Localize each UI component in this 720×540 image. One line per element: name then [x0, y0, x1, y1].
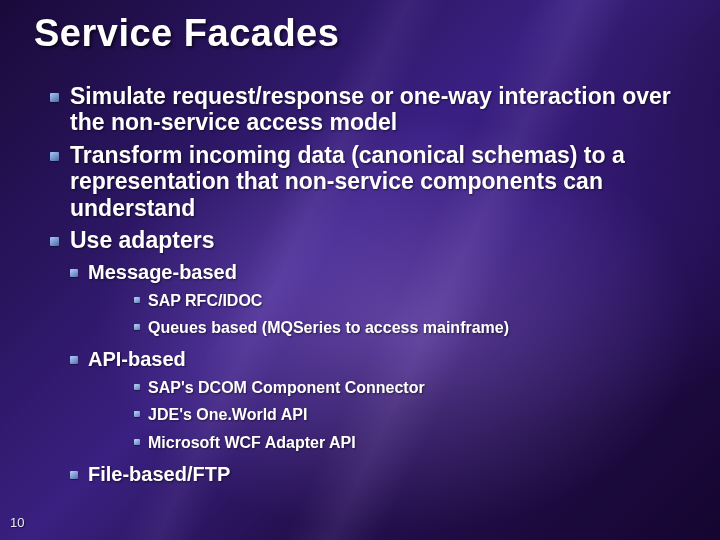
adapter-item: SAP RFC/IDOC — [136, 290, 686, 312]
bullet-list-level3: SAP's DCOM Component Connector JDE's One… — [88, 377, 686, 454]
adapter-category: API-based SAP's DCOM Component Connector… — [74, 347, 686, 454]
bullet-list-level3: SAP RFC/IDOC Queues based (MQSeries to a… — [88, 290, 686, 339]
page-number: 10 — [10, 515, 24, 530]
adapter-category-label: Message-based — [88, 261, 237, 283]
bullet-item: Transform incoming data (canonical schem… — [56, 142, 686, 221]
adapter-item: SAP's DCOM Component Connector — [136, 377, 686, 399]
adapter-category-label: File-based/FTP — [88, 463, 230, 485]
adapter-category: File-based/FTP — [74, 462, 686, 486]
slide: Service Facades Simulate request/respons… — [0, 0, 720, 540]
slide-title: Service Facades — [34, 12, 686, 55]
adapter-category: Message-based SAP RFC/IDOC Queues based … — [74, 260, 686, 339]
adapter-item: Queues based (MQSeries to access mainfra… — [136, 317, 686, 339]
bullet-item: Simulate request/response or one-way int… — [56, 83, 686, 136]
bullet-list-level1: Simulate request/response or one-way int… — [34, 83, 686, 254]
adapter-item: Microsoft WCF Adapter API — [136, 432, 686, 454]
adapter-category-label: API-based — [88, 348, 186, 370]
adapter-item: JDE's One.World API — [136, 404, 686, 426]
bullet-list-level2: Message-based SAP RFC/IDOC Queues based … — [34, 260, 686, 486]
bullet-item: Use adapters — [56, 227, 686, 253]
